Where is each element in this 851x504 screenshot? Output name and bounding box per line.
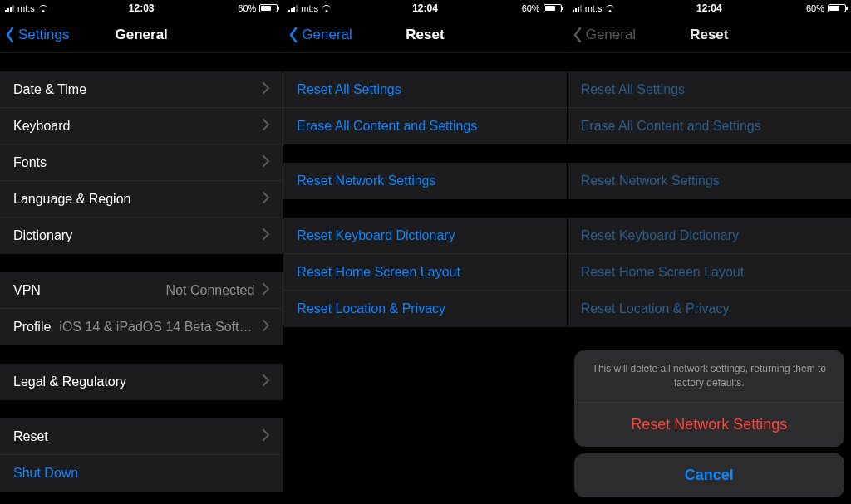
- row-label: Reset All Settings: [297, 82, 401, 97]
- screen-reset-confirm: mt:s 12:04 60% General Reset Reset All S…: [568, 0, 851, 504]
- chevron-left-icon: [288, 27, 298, 43]
- row-label: Dictionary: [13, 228, 72, 243]
- row-label: Erase All Content and Settings: [581, 119, 761, 134]
- clock: 12:04: [412, 2, 438, 14]
- row-erase-all-content[interactable]: Erase All Content and Settings: [283, 108, 566, 144]
- chevron-right-icon: [263, 283, 269, 298]
- clock: 12:03: [129, 2, 155, 14]
- chevron-right-icon: [263, 155, 269, 170]
- row-date-time[interactable]: Date & Time: [0, 71, 283, 108]
- row-value: Not Connected: [49, 283, 254, 298]
- page-title: General: [116, 27, 168, 43]
- row-reset[interactable]: Reset: [0, 418, 283, 455]
- row-shut-down[interactable]: Shut Down: [0, 455, 283, 492]
- row-erase-all-content: Erase All Content and Settings: [568, 108, 851, 144]
- battery-icon: [259, 4, 278, 12]
- chevron-right-icon: [263, 320, 269, 335]
- row-legal-regulatory[interactable]: Legal & Regulatory: [0, 364, 283, 400]
- back-label: General: [586, 27, 636, 43]
- status-bar: mt:s 12:03 60%: [0, 0, 283, 17]
- chevron-right-icon: [263, 429, 269, 444]
- row-label: Language & Region: [13, 192, 130, 207]
- wifi-icon: [605, 5, 615, 12]
- row-label: Reset Location & Privacy: [297, 301, 445, 316]
- battery-icon: [544, 4, 562, 12]
- wifi-icon: [322, 5, 332, 12]
- wifi-icon: [38, 5, 48, 12]
- row-reset-home-screen-layout[interactable]: Reset Home Screen Layout: [283, 254, 566, 291]
- row-reset-home-screen-layout: Reset Home Screen Layout: [568, 254, 851, 291]
- chevron-right-icon: [263, 192, 269, 207]
- chevron-right-icon: [263, 374, 269, 389]
- row-reset-location-privacy: Reset Location & Privacy: [568, 291, 851, 327]
- status-bar: mt:s 12:04 60%: [568, 0, 851, 17]
- screen-general: mt:s 12:03 60% Settings General Date & T…: [0, 0, 283, 504]
- row-label: Reset Keyboard Dictionary: [581, 228, 739, 243]
- back-label: Settings: [18, 27, 69, 43]
- nav-bar: General Reset: [568, 17, 851, 53]
- row-label: Reset Home Screen Layout: [581, 265, 745, 280]
- chevron-right-icon: [263, 82, 269, 97]
- row-profile[interactable]: Profile iOS 14 & iPadOS 14 Beta Softwar.…: [0, 309, 283, 345]
- row-label: Reset Home Screen Layout: [297, 265, 460, 280]
- row-reset-keyboard-dictionary[interactable]: Reset Keyboard Dictionary: [283, 218, 566, 254]
- row-label: Reset Network Settings: [581, 174, 720, 188]
- row-label: Reset: [13, 429, 48, 444]
- page-title: Reset: [690, 27, 728, 43]
- row-reset-keyboard-dictionary: Reset Keyboard Dictionary: [568, 218, 851, 254]
- row-label: Reset All Settings: [581, 82, 685, 97]
- row-fonts[interactable]: Fonts: [0, 144, 283, 181]
- action-sheet-cancel-button[interactable]: Cancel: [574, 453, 844, 497]
- row-label: Reset Keyboard Dictionary: [297, 228, 455, 243]
- back-label: General: [302, 27, 352, 43]
- row-label: Keyboard: [13, 119, 71, 134]
- back-button: General: [573, 17, 636, 53]
- chevron-left-icon: [5, 27, 15, 43]
- action-sheet-destructive-button[interactable]: Reset Network Settings: [574, 403, 844, 447]
- chevron-left-icon: [573, 27, 583, 43]
- chevron-right-icon: [263, 228, 269, 243]
- battery-pct: 60%: [806, 3, 824, 13]
- row-reset-all-settings[interactable]: Reset All Settings: [283, 71, 566, 108]
- battery-icon: [828, 4, 846, 12]
- row-reset-network-settings[interactable]: Reset Network Settings: [283, 163, 566, 199]
- row-label: Reset Network Settings: [297, 174, 435, 188]
- row-language-region[interactable]: Language & Region: [0, 181, 283, 218]
- row-label: Reset Location & Privacy: [581, 301, 730, 316]
- row-dictionary[interactable]: Dictionary: [0, 218, 283, 254]
- row-reset-all-settings: Reset All Settings: [568, 71, 851, 108]
- row-label: Erase All Content and Settings: [297, 119, 477, 134]
- status-bar: mt:s 12:04 60%: [283, 0, 566, 17]
- action-sheet-message: This will delete all network settings, r…: [574, 350, 844, 403]
- row-label: VPN: [13, 283, 41, 298]
- nav-bar: General Reset: [283, 17, 566, 53]
- carrier-label: mt:s: [301, 3, 318, 13]
- page-title: Reset: [406, 27, 444, 43]
- row-value: iOS 14 & iPadOS 14 Beta Softwar...: [59, 320, 254, 335]
- row-label: Date & Time: [13, 82, 86, 97]
- back-button[interactable]: Settings: [5, 17, 69, 53]
- chevron-right-icon: [263, 119, 269, 134]
- carrier-label: mt:s: [585, 3, 603, 13]
- row-label: Fonts: [13, 155, 47, 170]
- carrier-label: mt:s: [17, 3, 35, 13]
- cellular-signal-icon: [288, 4, 298, 12]
- nav-bar: Settings General: [0, 17, 283, 53]
- clock: 12:04: [696, 2, 722, 14]
- row-vpn[interactable]: VPN Not Connected: [0, 272, 283, 309]
- row-reset-network-settings: Reset Network Settings: [568, 163, 851, 199]
- row-label: Legal & Regulatory: [13, 374, 126, 389]
- cellular-signal-icon: [5, 4, 14, 12]
- row-label: Profile: [13, 320, 51, 335]
- battery-pct: 60%: [238, 3, 256, 13]
- action-sheet: This will delete all network settings, r…: [574, 350, 844, 497]
- row-keyboard[interactable]: Keyboard: [0, 108, 283, 144]
- battery-pct: 60%: [522, 3, 540, 13]
- screen-reset: mt:s 12:04 60% General Reset Reset All S…: [283, 0, 567, 504]
- back-button[interactable]: General: [288, 17, 352, 53]
- row-label: Shut Down: [13, 466, 78, 481]
- row-reset-location-privacy[interactable]: Reset Location & Privacy: [283, 291, 566, 327]
- cellular-signal-icon: [573, 4, 582, 12]
